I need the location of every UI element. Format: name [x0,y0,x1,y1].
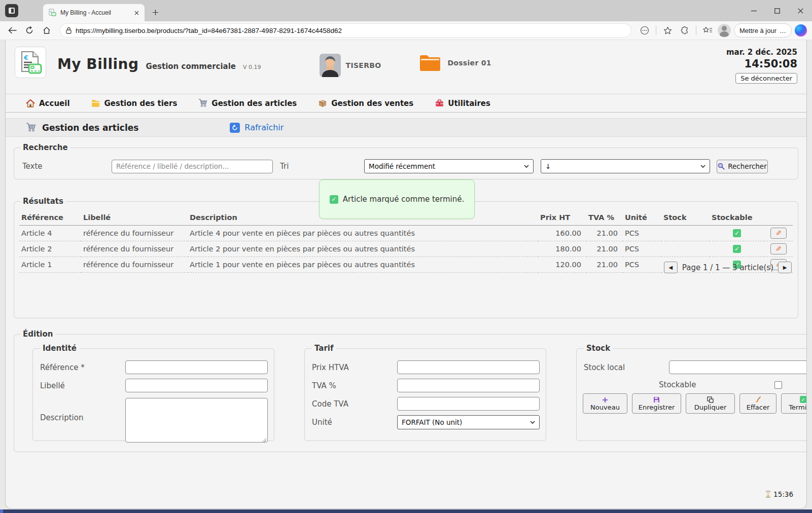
edition-panel: Édition Identité Référence * Libellé Des… [14,329,807,452]
back-icon[interactable] [5,23,19,38]
new-tab-button[interactable] [150,7,160,17]
hourglass-icon [765,491,771,498]
sort-direction-select[interactable]: ↓ [541,159,710,173]
refresh-icon[interactable] [22,23,37,38]
edit-row-button[interactable]: ✎ [770,228,787,239]
unite-select-value: FORFAIT (No unit) [402,418,462,426]
home-icon[interactable] [40,23,54,38]
identite-legend: Identité [40,344,79,353]
cell-actions: ✎ [764,226,793,241]
minimize-button[interactable] [742,0,765,21]
code-tva-field[interactable] [397,397,540,411]
copilot-icon[interactable] [795,24,807,36]
dossier-folder-icon [419,54,441,72]
check-icon: ✓ [800,396,807,403]
cell-libelle: référence du fournisseur [81,241,188,257]
save-button[interactable]: Enregistrer [632,393,681,414]
libelle-field[interactable] [125,379,268,392]
stock-local-label: Stock local [583,363,669,372]
search-input[interactable] [112,160,273,173]
stockable-checkbox[interactable] [774,381,782,389]
prev-page-button[interactable]: ◀ [664,262,678,273]
search-button[interactable]: Rechercher [717,160,768,173]
unite-label: Unité [311,418,397,427]
nav-item-gestion-des-tiers[interactable]: Gestion des tiers [91,99,178,108]
cell-libelle: référence du fournisseur [81,226,188,241]
table-row[interactable]: Article 4 référence du fournisseur Artic… [19,226,793,241]
text-label: Texte [19,162,112,171]
check-icon: ✓ [330,195,338,204]
close-button[interactable] [789,0,812,21]
favorites-bar-icon[interactable] [700,23,715,38]
nav-item-utilitaires[interactable]: Utilitaires [435,99,490,108]
dossier-name: Dossier 01 [447,59,491,67]
finish-button[interactable]: ✓ Terminer [781,393,807,414]
sort-direction-value: ↓ [545,162,551,170]
app-subtitle: Gestion commerciale [146,62,236,71]
url-bar[interactable]: https://mybilling.tiserbo.be/products/?t… [60,23,631,38]
nav-label: Gestion des ventes [331,99,413,108]
duplicate-button[interactable]: Dupliquer [686,393,735,414]
chevron-down-icon [700,165,705,168]
logout-button[interactable]: Se déconnecter [735,73,797,84]
col-stockable: Stockable [710,211,764,226]
new-button[interactable]: + Nouveau [583,393,627,414]
nav-label: Gestion des tiers [104,99,178,108]
cell-stock [661,241,710,257]
stock-local-field[interactable] [669,360,807,374]
cell-description: Article 1 pour vente en pièces par pièce… [188,257,538,273]
resize-grip-icon[interactable] [262,437,266,442]
browser-profile-icon[interactable] [718,24,731,37]
col-prix-ht: Prix HT [538,211,586,226]
cell-reference: Article 2 [19,241,81,257]
cell-unite: PCS [623,226,661,241]
refresh-link[interactable]: Rafraîchir [230,123,284,133]
cell-tva: 21.00 [586,241,623,257]
col-libelle: Libellé [81,211,188,226]
cart-icon [198,99,207,108]
reference-field[interactable] [125,360,268,374]
nav-item-accueil[interactable]: Accueil [26,99,70,108]
plus-icon: + [602,396,608,403]
tva-field[interactable] [397,379,540,392]
table-row[interactable]: Article 2 référence du fournisseur Artic… [19,241,793,257]
favorite-star-icon[interactable] [660,23,675,38]
cart-icon [26,123,36,132]
prix-htva-field[interactable] [397,360,540,374]
sort-select[interactable]: Modifié récemment [364,159,534,173]
update-browser-button[interactable]: Mettre à jour … [734,23,792,38]
extensions-icon[interactable] [678,23,692,38]
success-toast: ✓ Article marqué comme terminé. [319,179,475,219]
pencil-icon: ✎ [775,229,782,237]
sort-label: Tri [273,162,364,171]
maximize-button[interactable] [765,0,789,21]
nav-item-gestion-des-ventes[interactable]: Gestion des ventes [318,99,413,108]
app-container: € My Billing Gestion commerciale V 0.19 [5,40,807,509]
prix-htva-label: Prix HTVA [311,363,397,372]
unite-select[interactable]: FORFAIT (No unit) [397,415,540,429]
stockable-check-icon: ✓ [733,245,741,253]
current-date: mar. 2 déc. 2025 [726,48,797,57]
edit-row-button[interactable]: ✎ [770,243,787,254]
search-icon [718,163,725,170]
browser-tab[interactable]: € My Billing - Accueil [43,4,145,21]
section-bar: Gestion des articles Rafraîchir [6,118,806,137]
stockable-label: Stockable [659,380,696,389]
cell-reference: Article 4 [19,226,81,241]
tab-actions-icon[interactable] [5,4,18,17]
copy-icon [707,396,714,403]
clear-button[interactable]: Effacer [739,393,776,414]
edition-legend: Édition [20,329,55,339]
description-field[interactable] [125,398,268,443]
tab-close-icon[interactable] [132,9,140,17]
save-icon [653,396,660,403]
more-options-icon[interactable]: … [780,27,786,34]
next-page-button[interactable]: ▶ [778,262,792,273]
nav-item-gestion-des-articles[interactable]: Gestion des articles [198,99,297,108]
cell-description: Article 2 pour vente en pièces par pièce… [188,241,538,257]
col-reference: Référence [19,211,81,226]
pagination-label: Page 1 / 1 — 3 article(s) [682,263,773,272]
cell-unite: PCS [623,257,661,273]
split-screen-icon[interactable] [638,23,652,38]
stock-legend: Stock [584,344,613,353]
